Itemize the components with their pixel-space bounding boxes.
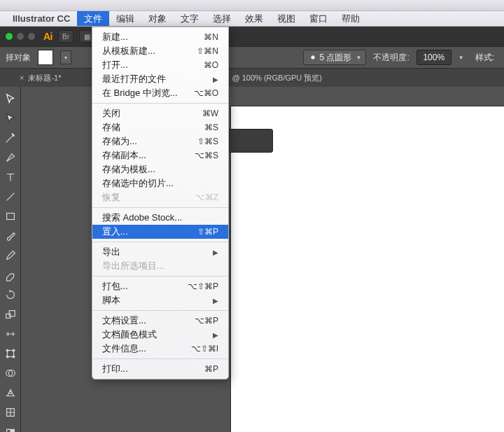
menu-视图[interactable]: 视图 bbox=[270, 11, 302, 26]
menu-item-shortcut: ⌥⌘O bbox=[194, 88, 218, 98]
menu-item-label: 关闭 bbox=[102, 107, 202, 120]
menu-item-label: 打开... bbox=[102, 59, 204, 71]
menu-item-label: 文档设置... bbox=[102, 314, 195, 327]
menu-item-label: 新建... bbox=[102, 31, 204, 43]
window-controls[interactable] bbox=[6, 33, 35, 40]
tool-panel bbox=[0, 87, 21, 432]
control-bar: 择对象 ▾ 5 点圆形 ▼ 不透明度: 100% ▼ 样式: bbox=[0, 46, 504, 69]
document-tabs: × 未标题-1* @ 100% (RGB/GPU 预览) bbox=[0, 69, 504, 87]
menu-item[interactable]: 最近打开的文件▶ bbox=[92, 72, 228, 86]
menu-item-shortcut: ⌘N bbox=[204, 32, 218, 42]
menu-item[interactable]: 从模板新建...⇧⌘N bbox=[92, 44, 228, 58]
width-tool[interactable] bbox=[4, 328, 18, 340]
type-tool[interactable] bbox=[4, 171, 18, 183]
paintbrush-tool[interactable] bbox=[4, 230, 18, 242]
menu-separator bbox=[92, 207, 228, 208]
artboard[interactable] bbox=[231, 106, 504, 432]
menu-item-label: 在 Bridge 中浏览... bbox=[102, 87, 194, 99]
menu-separator bbox=[92, 358, 228, 359]
menu-对象[interactable]: 对象 bbox=[141, 11, 174, 26]
menu-item[interactable]: 文档颜色模式▶ bbox=[92, 328, 228, 342]
menu-item-shortcut: ⌥⌘Z bbox=[195, 193, 218, 202]
opacity-chevron-icon[interactable]: ▼ bbox=[458, 55, 464, 61]
shape-builder-tool[interactable] bbox=[4, 367, 18, 379]
menu-item[interactable]: 导出▶ bbox=[92, 245, 228, 259]
submenu-arrow-icon: ▶ bbox=[213, 249, 218, 256]
menu-item-shortcut: ⇧⌘N bbox=[197, 46, 218, 56]
menu-item-label: 导出 bbox=[102, 246, 213, 258]
menu-item[interactable]: 存储选中的切片... bbox=[92, 176, 228, 190]
menu-帮助[interactable]: 帮助 bbox=[335, 11, 367, 26]
menu-item[interactable]: 置入...⇧⌘P bbox=[92, 225, 228, 239]
fill-swatch[interactable] bbox=[38, 50, 53, 65]
menu-item[interactable]: 新建...⌘N bbox=[92, 30, 228, 44]
menu-item-label: 存储选中的切片... bbox=[102, 177, 218, 190]
menu-item-label: 搜索 Adobe Stock... bbox=[102, 211, 218, 224]
menu-item[interactable]: 存储⌘S bbox=[92, 120, 228, 134]
tab-close-icon[interactable]: × bbox=[20, 74, 24, 82]
direct-selection-tool[interactable] bbox=[4, 112, 18, 125]
bridge-button[interactable]: Br bbox=[58, 30, 74, 43]
eraser-tool[interactable] bbox=[4, 269, 18, 281]
menu-separator bbox=[92, 103, 228, 104]
menu-item[interactable]: 打开...⌘O bbox=[92, 58, 228, 72]
pen-tool[interactable] bbox=[4, 151, 18, 164]
perspective-grid-tool[interactable] bbox=[4, 386, 18, 399]
document-tab-name[interactable]: 未标题-1* bbox=[28, 73, 61, 83]
rectangle-tool[interactable] bbox=[4, 210, 18, 223]
submenu-arrow-icon: ▶ bbox=[213, 331, 218, 339]
menu-item-shortcut: ⌘S bbox=[204, 123, 218, 132]
line-tool[interactable] bbox=[4, 190, 18, 203]
pencil-tool[interactable] bbox=[4, 249, 18, 262]
menu-item-label: 存储为模板... bbox=[102, 163, 218, 176]
menu-item[interactable]: 脚本▶ bbox=[92, 293, 228, 307]
selection-tool[interactable] bbox=[4, 92, 18, 105]
rotate-tool[interactable] bbox=[4, 288, 18, 301]
menu-编辑[interactable]: 编辑 bbox=[109, 11, 141, 26]
menu-文字[interactable]: 文字 bbox=[174, 11, 206, 26]
traffic-red[interactable] bbox=[28, 33, 35, 40]
menu-item[interactable]: 搜索 Adobe Stock... bbox=[92, 211, 228, 225]
scale-tool[interactable] bbox=[4, 308, 18, 321]
gradient-tool[interactable] bbox=[4, 426, 18, 432]
stroke-profile-value: 5 点圆形 bbox=[319, 52, 351, 64]
menu-item-label: 恢复 bbox=[102, 191, 195, 204]
menu-item-label: 存储副本... bbox=[102, 149, 195, 162]
menu-item-label: 置入... bbox=[102, 225, 197, 238]
traffic-yellow[interactable] bbox=[17, 33, 24, 40]
app-header: Ai Br ▦ bbox=[0, 27, 504, 46]
menu-item-shortcut: ⌘P bbox=[204, 364, 218, 374]
menu-选择[interactable]: 选择 bbox=[206, 11, 238, 26]
watermark-author: @汪慎独 bbox=[459, 414, 496, 426]
menu-item[interactable]: 存储副本...⌥⌘S bbox=[92, 148, 228, 162]
menu-窗口[interactable]: 窗口 bbox=[302, 11, 335, 26]
menu-item[interactable]: 文件信息...⌥⇧⌘I bbox=[92, 342, 228, 356]
menu-item: 导出所选项目... bbox=[92, 259, 228, 273]
menu-item-label: 脚本 bbox=[102, 294, 213, 307]
submenu-arrow-icon: ▶ bbox=[213, 76, 218, 83]
menu-效果[interactable]: 效果 bbox=[238, 11, 270, 26]
free-transform-tool[interactable] bbox=[4, 347, 18, 360]
menu-文件[interactable]: 文件 bbox=[77, 11, 109, 26]
menu-item-label: 最近打开的文件 bbox=[102, 73, 213, 85]
stroke-profile-dropdown[interactable]: 5 点圆形 ▼ bbox=[303, 50, 366, 65]
menu-item-label: 存储 bbox=[102, 121, 204, 134]
magic-wand-tool[interactable] bbox=[4, 132, 18, 144]
svg-rect-12 bbox=[6, 429, 10, 432]
menu-item-shortcut: ⌘O bbox=[204, 60, 218, 70]
mesh-tool[interactable] bbox=[4, 406, 18, 419]
submenu-arrow-icon: ▶ bbox=[213, 297, 218, 305]
menu-item-label: 打印... bbox=[102, 363, 204, 375]
menu-item[interactable]: 在 Bridge 中浏览...⌥⌘O bbox=[92, 86, 228, 100]
traffic-green[interactable] bbox=[6, 33, 13, 40]
menu-item[interactable]: 关闭⌘W bbox=[92, 106, 228, 120]
watermark-site: 知乎 bbox=[437, 414, 455, 426]
opacity-input[interactable]: 100% bbox=[416, 50, 451, 65]
menu-item[interactable]: 文档设置...⌥⌘P bbox=[92, 314, 228, 328]
zhihu-logo-icon: 知 bbox=[422, 415, 433, 426]
menu-item[interactable]: 存储为...⇧⌘S bbox=[92, 134, 228, 148]
menu-item[interactable]: 打包...⌥⇧⌘P bbox=[92, 279, 228, 293]
menu-item[interactable]: 打印...⌘P bbox=[92, 362, 228, 376]
fill-dropdown[interactable]: ▾ bbox=[60, 50, 71, 64]
menu-item[interactable]: 存储为模板... bbox=[92, 162, 228, 176]
